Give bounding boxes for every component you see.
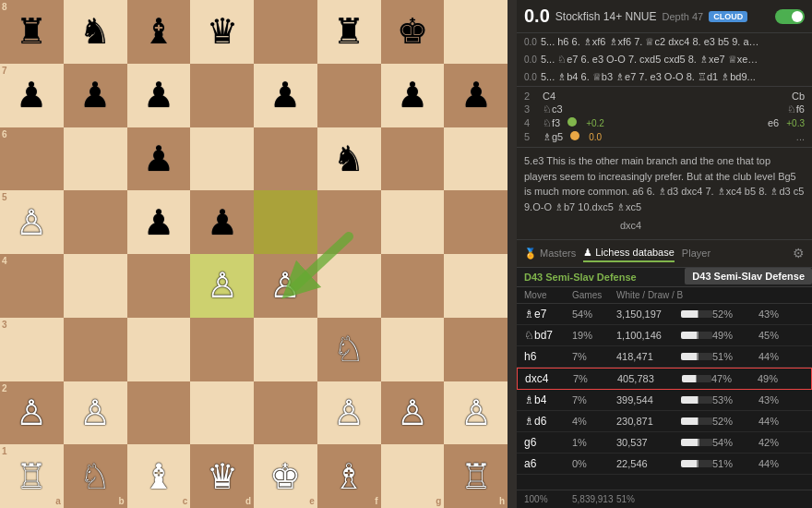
square-d4[interactable]: ♙ [190, 254, 254, 318]
piece-b2[interactable]: ♙ [79, 395, 111, 430]
square-f7[interactable] [317, 64, 381, 127]
engine-line-1[interactable]: 0.0 5... h6 6. ♗xf6 ♗xf6 7. ♕c2 dxc4 8. … [517, 33, 812, 51]
engine-line-2[interactable]: 0.0 5... ♘e7 6. e3 O-O 7. cxd5 cxd5 8. ♗… [517, 51, 812, 68]
move-row-0[interactable]: ♗e754%3,150,19752%43% [517, 304, 812, 325]
piece-f8[interactable]: ♜ [333, 14, 364, 49]
square-a7[interactable]: 7♟ [0, 64, 64, 127]
square-a3[interactable]: 3 [0, 318, 64, 381]
square-b8[interactable]: ♞ [64, 0, 127, 64]
piece-d5[interactable]: ♟ [207, 205, 238, 240]
piece-b7[interactable]: ♟ [79, 78, 111, 113]
piece-d1[interactable]: ♛ [207, 459, 238, 494]
move-e6[interactable]: e6 [768, 117, 779, 128]
piece-e7[interactable]: ♟ [269, 78, 301, 113]
square-b5[interactable] [64, 190, 127, 254]
piece-f3[interactable]: ♘ [333, 332, 364, 367]
move-nc3[interactable]: ♘c3 [543, 103, 563, 115]
square-h7[interactable]: ♟ [444, 64, 508, 127]
chess-board[interactable]: 8♜♞♝♛♜♚7♟♟♟♟♟♟6♟♞5♙♟♟4♙♙3♘2♙♙♙♙♙1a♖b♘c♝d… [0, 0, 508, 508]
move-nf6[interactable]: ♘f6 [787, 103, 805, 115]
square-d8[interactable]: ♛ [190, 0, 254, 64]
square-b4[interactable] [64, 254, 127, 318]
square-f8[interactable]: ♜ [317, 0, 381, 64]
square-a2[interactable]: 2♙ [0, 381, 64, 445]
square-c2[interactable] [127, 381, 191, 445]
square-c6[interactable]: ♟ [127, 127, 191, 191]
piece-a2[interactable]: ♙ [16, 395, 47, 430]
square-e6[interactable] [254, 127, 317, 191]
piece-d8[interactable]: ♛ [207, 14, 238, 49]
piece-h7[interactable]: ♟ [460, 78, 492, 113]
piece-c8[interactable]: ♝ [143, 14, 174, 49]
piece-e4[interactable]: ♙ [269, 268, 301, 303]
piece-c1[interactable]: ♝ [143, 459, 174, 494]
square-h5[interactable] [444, 190, 508, 254]
square-h8[interactable] [444, 0, 508, 64]
move-row-2[interactable]: h67%418,47151%44% [517, 346, 812, 368]
square-g4[interactable] [381, 254, 445, 318]
square-h1[interactable]: h♖ [444, 444, 508, 508]
tab-masters[interactable]: 🏅 Masters [524, 246, 576, 261]
square-d3[interactable] [190, 318, 254, 381]
square-e7[interactable]: ♟ [254, 64, 317, 127]
square-g7[interactable]: ♟ [381, 64, 445, 127]
square-e1[interactable]: e♚ [254, 444, 317, 508]
square-b7[interactable]: ♟ [64, 64, 127, 127]
square-c5[interactable]: ♟ [127, 190, 191, 254]
piece-a8[interactable]: ♜ [16, 14, 47, 49]
square-f6[interactable]: ♞ [317, 127, 381, 191]
square-e5[interactable] [254, 190, 317, 254]
square-c8[interactable]: ♝ [127, 0, 191, 64]
piece-a1[interactable]: ♖ [16, 459, 47, 494]
square-g2[interactable]: ♙ [381, 381, 445, 445]
engine-toggle[interactable] [775, 9, 805, 24]
square-d2[interactable] [190, 381, 254, 445]
square-f5[interactable] [317, 190, 381, 254]
engine-line-3[interactable]: 0.0 5... ♗b4 6. ♕b3 ♗e7 7. e3 O-O 8. ♖d1… [517, 68, 812, 86]
square-f2[interactable]: ♙ [317, 381, 381, 445]
square-g1[interactable]: g [381, 444, 445, 508]
piece-b1[interactable]: ♘ [79, 459, 111, 494]
square-d7[interactable] [190, 64, 254, 127]
square-d5[interactable]: ♟ [190, 190, 254, 254]
square-h2[interactable]: ♙ [444, 381, 508, 445]
square-a8[interactable]: 8♜ [0, 0, 64, 64]
tab-lichess[interactable]: ♟ Lichess database [583, 245, 675, 262]
db-gear-icon[interactable]: ⚙ [793, 246, 805, 260]
square-h6[interactable] [444, 127, 508, 191]
square-a5[interactable]: 5♙ [0, 190, 64, 254]
square-a4[interactable]: 4 [0, 254, 64, 318]
tab-player[interactable]: Player [682, 246, 710, 260]
square-a6[interactable]: 6 [0, 127, 64, 191]
move-cb[interactable]: Cb [792, 91, 805, 102]
move-table[interactable]: ♗e754%3,150,19752%43%♘bd719%1,100,14649%… [517, 304, 812, 490]
square-g8[interactable]: ♚ [381, 0, 445, 64]
piece-a5[interactable]: ♙ [16, 205, 47, 240]
square-h3[interactable] [444, 318, 508, 381]
square-a1[interactable]: 1a♖ [0, 444, 64, 508]
square-c7[interactable]: ♟ [127, 64, 191, 127]
move-row-3[interactable]: dxc47%405,78347%49% [517, 368, 812, 390]
square-c1[interactable]: c♝ [127, 444, 191, 508]
move-row-6[interactable]: g61%30,53754%42% [517, 432, 812, 454]
square-b2[interactable]: ♙ [64, 381, 127, 445]
square-b6[interactable] [64, 127, 127, 191]
piece-g2[interactable]: ♙ [397, 395, 428, 430]
square-d1[interactable]: d♛ [190, 444, 254, 508]
move-row-1[interactable]: ♘bd719%1,100,14649%45% [517, 325, 812, 346]
move-row-4[interactable]: ♗b47%399,54453%43% [517, 390, 812, 411]
square-c3[interactable] [127, 318, 191, 381]
square-f4[interactable] [317, 254, 381, 318]
move-row-5[interactable]: ♗d64%230,87152%44% [517, 411, 812, 432]
square-g6[interactable] [381, 127, 445, 191]
piece-h1[interactable]: ♖ [460, 459, 492, 494]
piece-c5[interactable]: ♟ [143, 205, 174, 240]
piece-g8[interactable]: ♚ [397, 14, 428, 49]
square-h4[interactable] [444, 254, 508, 318]
piece-f2[interactable]: ♙ [333, 395, 364, 430]
square-b1[interactable]: b♘ [64, 444, 127, 508]
move-nf3[interactable]: ♘f3 [543, 117, 560, 129]
piece-f1[interactable]: ♗ [333, 459, 364, 494]
piece-c6[interactable]: ♟ [143, 141, 174, 176]
square-g5[interactable] [381, 190, 445, 254]
